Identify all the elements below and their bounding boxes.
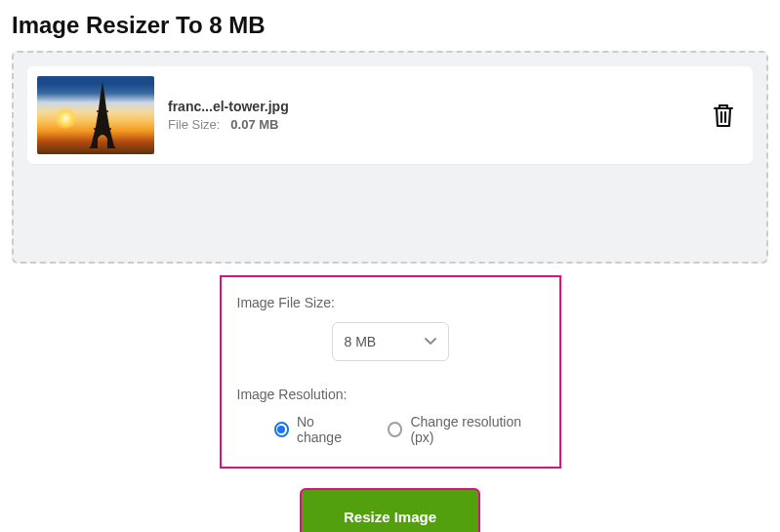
- resize-button[interactable]: Resize Image: [300, 488, 480, 532]
- filesize-select[interactable]: 8 MB: [332, 322, 449, 361]
- upload-dropzone[interactable]: franc...el-tower.jpg File Size: 0.07 MB: [12, 51, 768, 264]
- resize-button-label: Resize Image: [344, 509, 436, 525]
- file-thumbnail: [37, 76, 154, 154]
- resolution-radio-nochange[interactable]: No change: [274, 414, 360, 445]
- radio-icon: [388, 422, 403, 437]
- settings-panel: Image File Size: 8 MB Image Resolution: …: [220, 275, 561, 469]
- filesize-label: Image File Size:: [237, 295, 544, 310]
- resolution-label: Image Resolution:: [237, 387, 544, 402]
- file-meta: franc...el-tower.jpg File Size: 0.07 MB: [168, 99, 698, 132]
- file-name: franc...el-tower.jpg: [168, 99, 698, 114]
- page-title: Image Resizer To 8 MB: [12, 12, 768, 39]
- file-size-value: 0.07 MB: [230, 117, 278, 132]
- file-card: franc...el-tower.jpg File Size: 0.07 MB: [27, 66, 753, 164]
- radio-label-nochange: No change: [297, 414, 360, 445]
- file-size-line: File Size: 0.07 MB: [168, 117, 698, 132]
- radio-label-changepx: Change resolution (px): [410, 414, 543, 445]
- chevron-down-icon: [425, 338, 436, 346]
- delete-button[interactable]: [712, 102, 735, 128]
- trash-icon: [712, 102, 735, 128]
- file-size-label: File Size:: [168, 117, 220, 132]
- resolution-radio-changepx[interactable]: Change resolution (px): [388, 414, 544, 445]
- radio-icon: [274, 422, 290, 437]
- filesize-select-value: 8 MB: [345, 334, 377, 349]
